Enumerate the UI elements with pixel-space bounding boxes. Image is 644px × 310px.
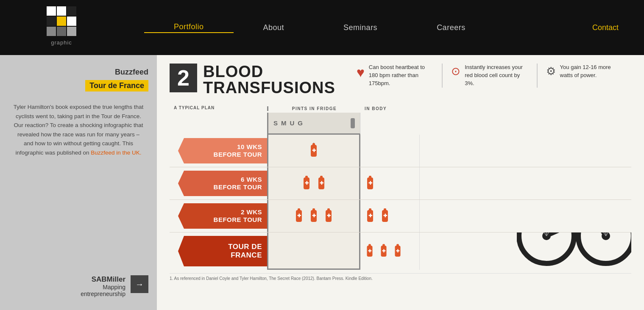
body-row-2wks: ✚ ✚ [360, 200, 420, 232]
logo-cell [57, 17, 66, 26]
fts-spacer [170, 113, 267, 135]
nav-contact[interactable]: Contact [592, 23, 619, 32]
data-row-6wks: 6 WKSBEFORE TOUR ✚ ✚ [170, 167, 631, 200]
title-block: 2 BLOOD TRANSFUSIONS [170, 64, 335, 96]
fts-body [360, 113, 420, 135]
blood-bag-icon: ✚ [315, 175, 328, 191]
blood-bag-icon: ✚ [307, 143, 320, 159]
fridge-row-tdf [267, 233, 360, 270]
bar-tdf: TOUR DEFRANCE [170, 233, 267, 270]
sidebar: Buzzfeed Tour de France Tyler Hamilton's… [0, 55, 157, 310]
main-area: Buzzfeed Tour de France Tyler Hamilton's… [0, 55, 644, 310]
bike-space-10wks [420, 135, 631, 167]
logo-cell [67, 17, 76, 26]
project-tdf-label[interactable]: Tour de France [85, 80, 148, 91]
header: graphic Portfolio About Seminars Careers… [0, 0, 644, 55]
fridge-row-6wks: ✚ ✚ [267, 167, 360, 199]
blood-bag-icon: ✚ [364, 175, 376, 191]
svg-rect-17 [312, 208, 315, 211]
stat-bloodcell-text: Instantly increases your red blood cell … [465, 64, 528, 88]
svg-rect-23 [369, 208, 371, 211]
svg-text:✚: ✚ [368, 180, 373, 185]
bike-illustration [420, 233, 631, 270]
content-area: 2 BLOOD TRANSFUSIONS ♥ Can boost heartbe… [157, 55, 644, 310]
nav-portfolio[interactable]: Portfolio [144, 22, 234, 33]
logo-grid [47, 6, 76, 36]
logo-label: graphic [51, 39, 72, 46]
stat-heartbeat-text: Can boost heartbeat to 180 bpm rather th… [369, 64, 433, 88]
blood-bag-icon: ✚ [379, 208, 391, 224]
bicycle-svg [517, 233, 631, 270]
logo-cell [57, 6, 66, 16]
main-nav: Portfolio About Seminars Careers Contact [144, 22, 619, 33]
bar-text-6wks: 6 WKSBEFORE TOUR [214, 176, 262, 191]
svg-rect-11 [369, 176, 371, 178]
fridge-row-2wks: ✚ ✚ ✚ [267, 200, 360, 232]
fridge-handle [351, 118, 355, 128]
body-row-10wks [360, 135, 420, 167]
bike-space-6wks [420, 167, 631, 199]
chart-headers: A TYPICAL PLAN PINTS IN FRIDGE IN BODY [170, 103, 631, 113]
fridge-col-header: PINTS IN FRIDGE [267, 106, 360, 111]
svg-rect-1 [312, 143, 315, 146]
infographic-header: 2 BLOOD TRANSFUSIONS ♥ Can boost heartbe… [170, 64, 631, 96]
svg-text:✚: ✚ [368, 213, 373, 218]
svg-text:✚: ✚ [304, 180, 309, 185]
blood-bag-icon: ✚ [293, 208, 305, 224]
blood-bag-icon: ✚ [364, 244, 376, 259]
body-row-6wks: ✚ [360, 167, 420, 199]
svg-text:✚: ✚ [382, 249, 386, 253]
svg-text:✚: ✚ [297, 213, 301, 218]
stat-power-text: You gain 12-16 more watts of power. [560, 64, 623, 80]
title-line1: BLOOD [203, 64, 335, 80]
data-row-tdf: TOUR DEFRANCE ✚ [170, 233, 631, 270]
svg-rect-20 [327, 208, 330, 211]
bar-text-10wks: 10 WKSBEFORE TOUR [214, 143, 262, 158]
svg-rect-29 [368, 244, 371, 246]
bike-space-2wks [420, 200, 631, 232]
bar-10wks: 10 WKSBEFORE TOUR [170, 135, 267, 167]
bar-label-tdf: TOUR DEFRANCE [178, 236, 267, 266]
sidebar-arrow-button[interactable]: → [131, 275, 148, 293]
svg-text:✚: ✚ [312, 213, 316, 218]
nav-seminars[interactable]: Seminars [314, 23, 407, 32]
nav-careers[interactable]: Careers [407, 23, 495, 32]
infographic-number: 2 [170, 64, 197, 92]
stats-row: ♥ Can boost heartbeat to 180 bpm rather … [348, 64, 631, 88]
infographic: 2 BLOOD TRANSFUSIONS ♥ Can boost heartbe… [157, 55, 644, 310]
sidebar-next-project: SABMiller Mappingentrepreneurship → [8, 275, 148, 297]
svg-rect-32 [382, 244, 385, 246]
blood-bag-icon: ✚ [307, 208, 320, 224]
sidebar-description: Tyler Hamilton's book exposed the true l… [8, 102, 148, 158]
stat-power: ⚙ You gain 12-16 more watts of power. [538, 64, 631, 80]
project-buzzfeed-label: Buzzfeed [8, 68, 148, 77]
bar-label-10wks: 10 WKSBEFORE TOUR [178, 138, 267, 163]
svg-text:✚: ✚ [383, 213, 388, 218]
sidebar-next-text: SABMiller Mappingentrepreneurship [81, 275, 125, 297]
bar-label-6wks: 6 WKSBEFORE TOUR [178, 171, 267, 196]
svg-rect-26 [384, 208, 386, 211]
infographic-title: BLOOD TRANSFUSIONS [203, 64, 335, 96]
stat-heartbeat: ♥ Can boost heartbeat to 180 bpm rather … [348, 64, 442, 88]
svg-text:✚: ✚ [312, 148, 316, 153]
blood-bag-icon: ✚ [364, 208, 376, 224]
logo-cell [47, 27, 56, 36]
ch-spacer: A TYPICAL PLAN [170, 103, 267, 111]
svg-rect-35 [396, 244, 399, 246]
svg-rect-14 [298, 208, 300, 211]
blood-bag-icon: ✚ [378, 244, 390, 259]
svg-text:✚: ✚ [368, 249, 372, 253]
body-row-tdf: ✚ ✚ ✚ [360, 233, 420, 270]
logo-cell [57, 27, 66, 36]
infographic-footer: 1. As referenced in Daniel Coyle and Tyl… [170, 273, 631, 281]
chart-section: A TYPICAL PLAN PINTS IN FRIDGE IN BODY S… [170, 103, 631, 304]
fridge-top-section: SMUG [170, 113, 631, 135]
plan-label: A TYPICAL PLAN [170, 105, 215, 110]
sidebar-project-buzzfeed: Buzzfeed [8, 68, 148, 77]
data-row-2wks: 2 WKSBEFORE TOUR ✚ ✚ [170, 200, 631, 233]
logo-cell [47, 6, 56, 16]
next-project-subtitle: Mappingentrepreneurship [81, 284, 125, 297]
blood-bag-icon: ✚ [300, 175, 313, 191]
blood-bag-icon: ✚ [392, 244, 404, 259]
nav-about[interactable]: About [234, 23, 314, 32]
